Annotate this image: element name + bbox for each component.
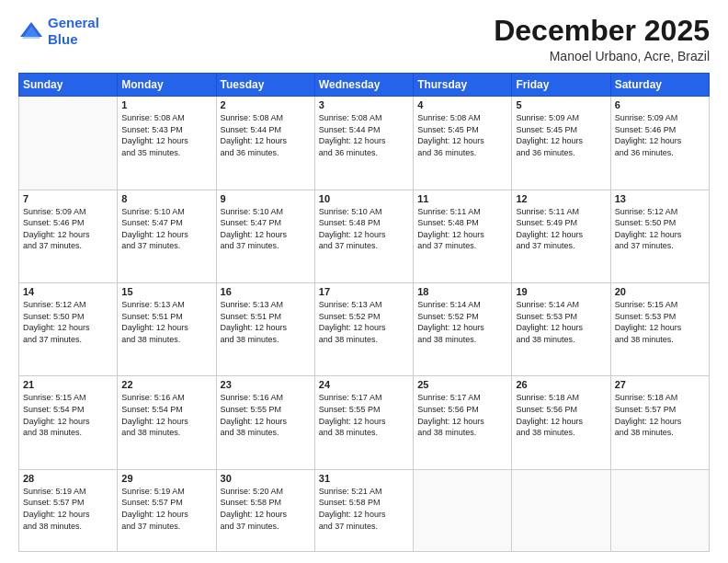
day-number: 19 [516, 286, 606, 297]
table-cell: 14Sunrise: 5:12 AM Sunset: 5:50 PM Dayli… [19, 283, 118, 376]
table-cell: 16Sunrise: 5:13 AM Sunset: 5:51 PM Dayli… [216, 283, 314, 376]
page: General Blue December 2025 Manoel Urbano… [0, 0, 728, 563]
col-sunday: Sunday [19, 74, 118, 97]
day-number: 18 [417, 286, 507, 297]
day-number: 3 [319, 99, 409, 110]
day-info: Sunrise: 5:16 AM Sunset: 5:54 PM Dayligh… [121, 392, 211, 438]
table-cell: 30Sunrise: 5:20 AM Sunset: 5:58 PM Dayli… [216, 469, 314, 551]
day-number: 6 [615, 99, 705, 110]
day-info: Sunrise: 5:12 AM Sunset: 5:50 PM Dayligh… [23, 299, 113, 345]
day-number: 8 [121, 193, 211, 204]
day-number: 9 [221, 193, 311, 204]
logo: General Blue [18, 15, 99, 48]
day-info: Sunrise: 5:16 AM Sunset: 5:55 PM Dayligh… [221, 392, 311, 438]
day-number: 30 [221, 473, 311, 484]
table-cell: 21Sunrise: 5:15 AM Sunset: 5:54 PM Dayli… [19, 376, 118, 469]
table-cell: 22Sunrise: 5:16 AM Sunset: 5:54 PM Dayli… [118, 376, 216, 469]
table-cell [512, 469, 610, 551]
title-block: December 2025 Manoel Urbano, Acre, Brazi… [494, 15, 710, 63]
day-info: Sunrise: 5:08 AM Sunset: 5:43 PM Dayligh… [121, 112, 211, 158]
table-cell: 23Sunrise: 5:16 AM Sunset: 5:55 PM Dayli… [216, 376, 314, 469]
day-number: 22 [121, 379, 211, 390]
day-info: Sunrise: 5:08 AM Sunset: 5:45 PM Dayligh… [417, 112, 507, 158]
day-info: Sunrise: 5:15 AM Sunset: 5:54 PM Dayligh… [23, 392, 113, 438]
col-thursday: Thursday [414, 74, 512, 97]
header: General Blue December 2025 Manoel Urbano… [18, 15, 710, 63]
day-info: Sunrise: 5:17 AM Sunset: 5:56 PM Dayligh… [417, 392, 507, 438]
day-info: Sunrise: 5:20 AM Sunset: 5:58 PM Dayligh… [221, 486, 311, 532]
day-number: 20 [615, 286, 705, 297]
col-tuesday: Tuesday [216, 74, 314, 97]
day-number: 28 [23, 473, 113, 484]
calendar-table: Sunday Monday Tuesday Wednesday Thursday… [18, 73, 710, 552]
day-number: 1 [121, 99, 211, 110]
day-number: 7 [23, 193, 113, 204]
day-info: Sunrise: 5:11 AM Sunset: 5:48 PM Dayligh… [417, 206, 507, 252]
day-info: Sunrise: 5:08 AM Sunset: 5:44 PM Dayligh… [221, 112, 311, 158]
table-cell [414, 469, 512, 551]
day-info: Sunrise: 5:18 AM Sunset: 5:56 PM Dayligh… [516, 392, 606, 438]
table-cell: 31Sunrise: 5:21 AM Sunset: 5:58 PM Dayli… [314, 469, 413, 551]
day-number: 2 [221, 99, 311, 110]
day-info: Sunrise: 5:10 AM Sunset: 5:47 PM Dayligh… [121, 206, 211, 252]
table-cell [19, 97, 118, 190]
day-number: 26 [516, 379, 606, 390]
day-info: Sunrise: 5:13 AM Sunset: 5:52 PM Dayligh… [319, 299, 409, 345]
day-info: Sunrise: 5:19 AM Sunset: 5:57 PM Dayligh… [121, 486, 211, 532]
day-number: 4 [417, 99, 507, 110]
day-number: 29 [121, 473, 211, 484]
table-cell: 1Sunrise: 5:08 AM Sunset: 5:43 PM Daylig… [118, 97, 216, 190]
day-number: 17 [319, 286, 409, 297]
table-cell: 27Sunrise: 5:18 AM Sunset: 5:57 PM Dayli… [610, 376, 709, 469]
day-info: Sunrise: 5:18 AM Sunset: 5:57 PM Dayligh… [615, 392, 705, 438]
table-cell: 17Sunrise: 5:13 AM Sunset: 5:52 PM Dayli… [314, 283, 413, 376]
table-cell: 7Sunrise: 5:09 AM Sunset: 5:46 PM Daylig… [19, 190, 118, 282]
table-cell: 4Sunrise: 5:08 AM Sunset: 5:45 PM Daylig… [414, 97, 512, 190]
table-cell: 28Sunrise: 5:19 AM Sunset: 5:57 PM Dayli… [19, 469, 118, 551]
day-info: Sunrise: 5:13 AM Sunset: 5:51 PM Dayligh… [221, 299, 311, 345]
day-info: Sunrise: 5:15 AM Sunset: 5:53 PM Dayligh… [615, 299, 705, 345]
table-cell: 26Sunrise: 5:18 AM Sunset: 5:56 PM Dayli… [512, 376, 610, 469]
day-info: Sunrise: 5:10 AM Sunset: 5:47 PM Dayligh… [221, 206, 311, 252]
main-title: December 2025 [494, 15, 710, 47]
day-number: 27 [615, 379, 705, 390]
subtitle: Manoel Urbano, Acre, Brazil [494, 49, 710, 63]
day-number: 31 [319, 473, 409, 484]
day-info: Sunrise: 5:17 AM Sunset: 5:55 PM Dayligh… [319, 392, 409, 438]
day-info: Sunrise: 5:11 AM Sunset: 5:49 PM Dayligh… [516, 206, 606, 252]
day-number: 5 [516, 99, 606, 110]
col-saturday: Saturday [610, 74, 709, 97]
day-number: 12 [516, 193, 606, 204]
table-cell: 11Sunrise: 5:11 AM Sunset: 5:48 PM Dayli… [414, 190, 512, 282]
table-cell: 9Sunrise: 5:10 AM Sunset: 5:47 PM Daylig… [216, 190, 314, 282]
table-cell: 29Sunrise: 5:19 AM Sunset: 5:57 PM Dayli… [118, 469, 216, 551]
day-info: Sunrise: 5:09 AM Sunset: 5:45 PM Dayligh… [516, 112, 606, 158]
table-cell: 12Sunrise: 5:11 AM Sunset: 5:49 PM Dayli… [512, 190, 610, 282]
day-info: Sunrise: 5:21 AM Sunset: 5:58 PM Dayligh… [319, 486, 409, 532]
table-cell: 18Sunrise: 5:14 AM Sunset: 5:52 PM Dayli… [414, 283, 512, 376]
table-cell: 2Sunrise: 5:08 AM Sunset: 5:44 PM Daylig… [216, 97, 314, 190]
day-number: 10 [319, 193, 409, 204]
logo-line2: Blue [48, 31, 78, 47]
table-cell: 15Sunrise: 5:13 AM Sunset: 5:51 PM Dayli… [118, 283, 216, 376]
day-info: Sunrise: 5:19 AM Sunset: 5:57 PM Dayligh… [23, 486, 113, 532]
table-cell: 20Sunrise: 5:15 AM Sunset: 5:53 PM Dayli… [610, 283, 709, 376]
logo-text: General Blue [48, 15, 99, 48]
day-info: Sunrise: 5:13 AM Sunset: 5:51 PM Dayligh… [121, 299, 211, 345]
day-number: 25 [417, 379, 507, 390]
table-cell: 8Sunrise: 5:10 AM Sunset: 5:47 PM Daylig… [118, 190, 216, 282]
table-cell: 19Sunrise: 5:14 AM Sunset: 5:53 PM Dayli… [512, 283, 610, 376]
calendar-header-row: Sunday Monday Tuesday Wednesday Thursday… [19, 74, 710, 97]
table-cell [610, 469, 709, 551]
day-number: 13 [615, 193, 705, 204]
day-info: Sunrise: 5:12 AM Sunset: 5:50 PM Dayligh… [615, 206, 705, 252]
logo-icon [18, 18, 44, 44]
table-cell: 6Sunrise: 5:09 AM Sunset: 5:46 PM Daylig… [610, 97, 709, 190]
table-cell: 24Sunrise: 5:17 AM Sunset: 5:55 PM Dayli… [314, 376, 413, 469]
day-number: 21 [23, 379, 113, 390]
col-friday: Friday [512, 74, 610, 97]
day-number: 15 [121, 286, 211, 297]
table-cell: 5Sunrise: 5:09 AM Sunset: 5:45 PM Daylig… [512, 97, 610, 190]
day-info: Sunrise: 5:14 AM Sunset: 5:53 PM Dayligh… [516, 299, 606, 345]
col-monday: Monday [118, 74, 216, 97]
